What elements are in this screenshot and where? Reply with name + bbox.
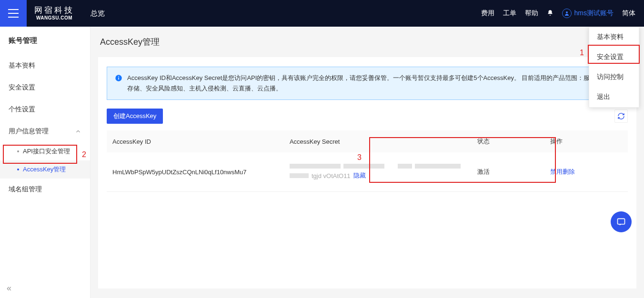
refresh-button[interactable] — [614, 109, 628, 123]
table-header-row: AccessKey ID AccessKey Secret 状态 操作 — [107, 130, 628, 152]
double-chevron-left-icon: « — [7, 283, 11, 293]
sidebar-item-label: 用户信息管理 — [9, 127, 49, 136]
hide-secret-link[interactable]: 隐藏 — [353, 171, 366, 180]
username-label: hms测试账号 — [574, 9, 614, 18]
col-header-id: AccessKey ID — [107, 130, 284, 152]
sidebar-item-label: 基本资料 — [9, 61, 35, 70]
nav-help[interactable]: 帮助 — [525, 9, 538, 18]
dropdown-item-security[interactable]: 安全设置 — [589, 47, 639, 67]
refresh-icon — [617, 112, 625, 120]
disable-link[interactable]: 禁用 — [550, 168, 563, 175]
dropdown-item-access-control[interactable]: 访问控制 — [589, 67, 639, 87]
bullet-icon — [17, 150, 19, 152]
chevron-up-icon — [75, 128, 81, 135]
cell-accesskey-secret: tgjd vOtAtO11 隐藏 — [284, 152, 472, 192]
table-row: HmLWbPSpW5ypUDtZszCQnLNi0qLf10nwsMu7 — [107, 152, 628, 192]
annotation-number-3: 3 — [357, 153, 362, 162]
sidebar-subitem-accesskey-mgmt[interactable]: AccessKey管理 — [0, 160, 90, 179]
sidebar-item-domain-group[interactable]: 域名组管理 — [0, 179, 90, 200]
hamburger-menu-button[interactable] — [0, 0, 27, 27]
info-icon — [115, 74, 122, 82]
hamburger-icon — [8, 9, 19, 18]
annotation-number-2: 2 — [82, 150, 86, 159]
user-menu-trigger[interactable]: hms测试账号 — [562, 9, 614, 18]
bell-icon — [547, 10, 553, 16]
logo-en-text: WANGSU.COM — [36, 15, 72, 20]
chat-icon — [616, 217, 626, 227]
svg-point-0 — [566, 11, 568, 13]
logo[interactable]: 网宿科技 WANGSU.COM — [27, 6, 82, 20]
sidebar-item-user-info-mgmt[interactable]: 用户信息管理 — [0, 120, 90, 142]
col-header-secret: AccessKey Secret — [284, 130, 472, 152]
language-switch[interactable]: 简体 — [622, 9, 635, 18]
dropdown-item-basic-info[interactable]: 基本资料 — [589, 27, 639, 47]
cell-accesskey-id: HmLWbPSpW5ypUDtZszCQnLNi0qLf10nwsMu7 — [107, 152, 284, 192]
cell-operations: 禁用删除 — [544, 152, 628, 192]
annotation-number-1: 1 — [580, 49, 584, 57]
sidebar-item-security[interactable]: 安全设置 — [0, 77, 90, 99]
dropdown-item-logout[interactable]: 退出 — [589, 87, 639, 107]
content-panel: AccessKey ID和AccessKey Secret是您访问API的密钥，… — [98, 57, 636, 288]
logo-cn-text: 网宿科技 — [34, 6, 74, 15]
accesskey-table: AccessKey ID AccessKey Secret 状态 操作 HmLW… — [107, 130, 628, 192]
col-header-ops: 操作 — [544, 130, 628, 152]
secret-blurred-area — [290, 164, 466, 171]
sidebar-item-label: API接口安全管理 — [23, 147, 70, 156]
page-title: AccessKey管理 — [91, 27, 644, 57]
svg-point-3 — [118, 76, 119, 77]
alert-text: AccessKey ID和AccessKey Secret是您访问API的密钥，… — [127, 73, 620, 94]
col-header-status: 状态 — [472, 130, 544, 152]
sidebar-item-label: AccessKey管理 — [23, 165, 66, 174]
nav-billing[interactable]: 费用 — [481, 9, 494, 18]
sidebar-item-label: 个性设置 — [9, 105, 35, 114]
sidebar-item-label: 安全设置 — [9, 83, 35, 92]
nav-ticket[interactable]: 工单 — [503, 9, 516, 18]
sidebar-subitem-api-security[interactable]: API接口安全管理 — [0, 142, 90, 160]
sidebar-item-basic-info[interactable]: 基本资料 — [0, 55, 90, 77]
sidebar-collapse-button[interactable]: « — [0, 278, 90, 298]
bullet-icon — [17, 169, 19, 170]
cell-status: 激活 — [472, 152, 544, 192]
create-accesskey-button[interactable]: 创建AccessKey — [107, 109, 163, 124]
nav-overview[interactable]: 总览 — [91, 9, 105, 18]
user-avatar-icon — [562, 9, 572, 18]
top-header: 网宿科技 WANGSU.COM 总览 费用 工单 帮助 hms测试账号 简体 — [0, 0, 644, 27]
svg-rect-4 — [618, 219, 625, 224]
svg-rect-2 — [118, 78, 119, 80]
user-dropdown-menu: 基本资料 安全设置 访问控制 退出 — [589, 27, 639, 108]
main-content: AccessKey管理 AccessKey ID和AccessKey Secre… — [91, 27, 644, 298]
secret-blurred-area — [290, 173, 309, 178]
sidebar-item-preferences[interactable]: 个性设置 — [0, 99, 90, 120]
notification-button[interactable] — [547, 10, 553, 18]
delete-link[interactable]: 删除 — [563, 168, 575, 175]
sidebar: 账号管理 基本资料 安全设置 个性设置 用户信息管理 API接口安全管理 Acc… — [0, 27, 91, 298]
sidebar-title: 账号管理 — [0, 27, 90, 55]
secret-fragment: tgjd vOtAtO11 — [312, 172, 351, 179]
info-alert: AccessKey ID和AccessKey Secret是您访问API的密钥，… — [107, 67, 628, 100]
sidebar-item-label: 域名组管理 — [9, 185, 42, 194]
chat-support-button[interactable] — [611, 211, 632, 232]
